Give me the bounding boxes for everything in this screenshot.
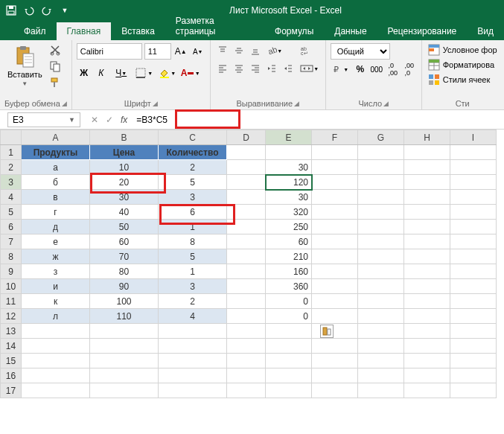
paste-options-icon[interactable]	[320, 325, 334, 338]
cell-G7[interactable]	[358, 234, 404, 249]
cell-I9[interactable]	[450, 264, 497, 279]
cell-D15[interactable]	[227, 354, 266, 368]
col-header-B[interactable]: B	[90, 130, 159, 145]
redo-icon[interactable]	[40, 4, 54, 17]
cell-H9[interactable]	[404, 264, 450, 279]
cell-A14[interactable]	[22, 339, 90, 354]
cell-C12[interactable]: 4	[159, 309, 227, 324]
row-header-17[interactable]: 17	[1, 383, 22, 398]
cell-F14[interactable]	[312, 339, 358, 354]
cell-styles-button[interactable]: Стили ячеек	[427, 73, 499, 86]
orientation-icon[interactable]: ab▼	[264, 43, 285, 58]
decrease-indent-icon[interactable]	[264, 61, 279, 76]
decrease-font-icon[interactable]: A▼	[191, 44, 205, 59]
cell-I3[interactable]	[450, 175, 497, 190]
cell-G11[interactable]	[358, 294, 404, 309]
cell-B16[interactable]	[90, 368, 159, 383]
cell-E16[interactable]	[266, 368, 312, 383]
cell-D2[interactable]	[227, 160, 266, 175]
cell-A3[interactable]: б	[22, 175, 90, 190]
number-launcher-icon[interactable]: ◢	[383, 100, 389, 107]
conditional-formatting-button[interactable]: Условное фор	[427, 43, 499, 57]
cell-F3[interactable]	[312, 175, 358, 190]
tab-data[interactable]: Данные	[324, 22, 377, 40]
cell-A6[interactable]: д	[22, 220, 90, 234]
cell-F5[interactable]	[312, 205, 358, 220]
percent-icon[interactable]: %	[353, 62, 368, 77]
increase-decimal-icon[interactable]: ,0,00	[386, 62, 401, 77]
cell-C14[interactable]	[159, 339, 227, 354]
cell-C4[interactable]: 3	[159, 190, 227, 205]
cell-G16[interactable]	[358, 368, 404, 383]
row-header-5[interactable]: 5	[1, 205, 22, 220]
cell-E13[interactable]	[266, 324, 312, 339]
cell-I15[interactable]	[450, 354, 497, 368]
comma-style-icon[interactable]: 000	[369, 62, 384, 77]
row-header-13[interactable]: 13	[1, 324, 22, 339]
cell-E8[interactable]: 210	[266, 249, 312, 264]
row-header-16[interactable]: 16	[1, 368, 22, 383]
cell-C13[interactable]	[159, 324, 227, 339]
cell-B10[interactable]: 90	[90, 279, 159, 294]
cell-H7[interactable]	[404, 234, 450, 249]
tab-review[interactable]: Рецензирование	[377, 22, 468, 40]
font-launcher-icon[interactable]: ◢	[153, 100, 158, 107]
copy-icon[interactable]	[48, 60, 62, 73]
cell-I10[interactable]	[450, 279, 497, 294]
align-top-icon[interactable]	[215, 43, 230, 58]
cell-A12[interactable]: л	[22, 309, 90, 324]
align-center-icon[interactable]	[232, 61, 246, 76]
cell-G12[interactable]	[358, 309, 404, 324]
save-icon[interactable]	[4, 4, 18, 17]
cell-E4[interactable]: 30	[266, 190, 312, 205]
cell-H4[interactable]	[404, 190, 450, 205]
cell-B1[interactable]: Цена	[90, 145, 159, 160]
cell-D14[interactable]	[227, 339, 266, 354]
cell-E17[interactable]	[266, 383, 312, 398]
cell-A1[interactable]: Продукты	[22, 145, 90, 160]
cell-D7[interactable]	[227, 234, 266, 249]
cell-A17[interactable]	[22, 383, 90, 398]
cell-C17[interactable]	[159, 383, 227, 398]
cell-B14[interactable]	[90, 339, 159, 354]
cell-G15[interactable]	[358, 354, 404, 368]
cell-B5[interactable]: 40	[90, 205, 159, 220]
row-header-3[interactable]: 3	[1, 175, 22, 190]
name-box[interactable]: E3 ▼	[7, 112, 80, 127]
cell-F1[interactable]	[312, 145, 358, 160]
cell-G4[interactable]	[358, 190, 404, 205]
cell-C11[interactable]: 2	[159, 294, 227, 309]
cell-G1[interactable]	[358, 145, 404, 160]
cell-E6[interactable]: 250	[266, 220, 312, 234]
cell-D11[interactable]	[227, 294, 266, 309]
cell-F12[interactable]	[312, 309, 358, 324]
cell-I8[interactable]	[450, 249, 497, 264]
undo-icon[interactable]	[22, 4, 36, 17]
format-as-table-button[interactable]: Форматирова	[427, 58, 499, 71]
row-header-7[interactable]: 7	[1, 234, 22, 249]
cell-A11[interactable]: к	[22, 294, 90, 309]
cell-E15[interactable]	[266, 354, 312, 368]
cell-I11[interactable]	[450, 294, 497, 309]
increase-font-icon[interactable]: A▲	[173, 44, 188, 59]
row-header-11[interactable]: 11	[1, 294, 22, 309]
cell-B17[interactable]	[90, 383, 159, 398]
cell-C6[interactable]: 1	[159, 220, 227, 234]
enter-formula-icon[interactable]: ✓	[106, 115, 113, 125]
tab-home[interactable]: Главная	[57, 22, 112, 40]
cell-I5[interactable]	[450, 205, 497, 220]
font-size-select[interactable]	[144, 43, 171, 60]
cell-A9[interactable]: з	[22, 264, 90, 279]
cell-F10[interactable]	[312, 279, 358, 294]
cell-D9[interactable]	[227, 264, 266, 279]
cell-B11[interactable]: 100	[90, 294, 159, 309]
cell-H5[interactable]	[404, 205, 450, 220]
tab-pagelayout[interactable]: Разметка страницы	[165, 12, 264, 40]
cell-A10[interactable]: и	[22, 279, 90, 294]
tab-file[interactable]: Файл	[13, 22, 57, 40]
row-header-6[interactable]: 6	[1, 220, 22, 234]
cell-E3[interactable]: 120	[266, 175, 312, 190]
cell-I13[interactable]	[450, 324, 497, 339]
tab-view[interactable]: Вид	[467, 22, 504, 40]
bold-icon[interactable]: Ж	[77, 66, 92, 80]
